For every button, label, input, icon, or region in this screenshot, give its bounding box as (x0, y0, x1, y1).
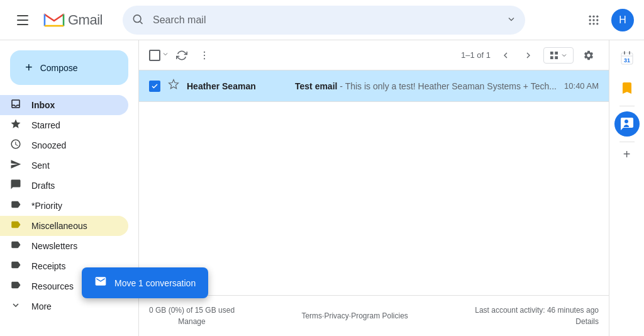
search-input[interactable] (123, 6, 525, 35)
sidebar-item-inbox[interactable]: Inbox (0, 95, 128, 115)
right-sidebar: 31 + (609, 40, 644, 336)
view-toggle-button[interactable] (543, 47, 574, 64)
search-icon (131, 13, 144, 27)
svg-point-6 (592, 19, 594, 21)
email-subject-bold: Test email (295, 81, 337, 91)
sidebar-item-more[interactable]: More (0, 296, 128, 316)
hamburger-icon (17, 15, 28, 25)
sidebar-item-snoozed-label: Snoozed (31, 140, 66, 150)
svg-rect-16 (550, 56, 553, 59)
svg-point-9 (592, 23, 594, 25)
more-actions-button[interactable] (194, 45, 214, 65)
newsletters-icon (10, 239, 21, 254)
email-sender: Heather Seaman (187, 81, 287, 91)
sidebar-item-priority[interactable]: *Priority (0, 196, 128, 216)
search-dropdown-icon[interactable] (506, 14, 516, 26)
gmail-logo: Gmail (43, 9, 103, 31)
sidebar-item-newsletters[interactable]: Newsletters (0, 236, 128, 256)
more-icon (10, 300, 21, 314)
compose-button[interactable]: + Compose (10, 50, 128, 85)
svg-point-8 (589, 23, 591, 25)
add-app-button[interactable]: + (623, 147, 631, 162)
app-header: Gmail H (0, 0, 644, 40)
sidebar-item-starred[interactable]: Starred (0, 115, 128, 135)
terms-link[interactable]: Terms (301, 311, 322, 320)
email-time: 10:40 AM (564, 81, 599, 91)
apps-button[interactable] (581, 8, 606, 33)
sidebar-item-priority-label: *Priority (31, 201, 62, 211)
compose-label: Compose (40, 63, 78, 73)
sidebar-item-receipts-label: Receipts (31, 261, 65, 271)
svg-point-12 (204, 54, 205, 55)
svg-point-4 (596, 15, 598, 17)
toolbar-left (149, 45, 214, 65)
svg-point-1 (133, 14, 141, 22)
sidebar-item-snoozed[interactable]: Snoozed (0, 135, 128, 155)
svg-point-10 (596, 23, 598, 25)
avatar[interactable]: H (611, 9, 634, 31)
star-nav-icon (10, 118, 21, 133)
calendar-icon-button[interactable]: 31 (614, 45, 640, 70)
svg-rect-17 (555, 56, 558, 59)
sidebar-item-starred-label: Starred (31, 120, 60, 130)
svg-point-3 (592, 15, 594, 17)
inbox-icon (10, 98, 21, 113)
svg-point-2 (589, 15, 591, 17)
search-bar (123, 6, 525, 35)
program-policies-link[interactable]: Program Policies (351, 311, 408, 320)
svg-rect-14 (550, 52, 553, 55)
receipts-icon (10, 259, 21, 274)
gmail-text-label: Gmail (68, 12, 103, 28)
sidebar-item-resources-label: Resources (31, 281, 74, 291)
sidebar-item-sent-label: Sent (31, 160, 50, 171)
footer: 0 GB (0%) of 15 GB used Manage Terms · P… (139, 295, 609, 336)
snoozed-icon (10, 138, 21, 153)
privacy-link[interactable]: Privacy (324, 311, 348, 320)
select-all-checkbox-wrap (149, 50, 169, 61)
toolbar-right: 1–1 of 1 (461, 45, 599, 65)
manage-link[interactable]: Manage (149, 317, 235, 326)
tasks-icon-button[interactable] (614, 76, 640, 101)
email-subject-preview: - This is only a test! Heather Seaman Sy… (340, 81, 557, 91)
toast-label: Move 1 conversation (114, 278, 196, 288)
svg-text:31: 31 (623, 57, 630, 64)
details-link[interactable]: Details (475, 317, 599, 326)
drafts-icon (10, 179, 21, 193)
storage-info: 0 GB (0%) of 15 GB used (149, 306, 235, 315)
menu-button[interactable] (10, 8, 35, 33)
toast-email-icon (94, 275, 107, 291)
sidebar-item-drafts-label: Drafts (31, 181, 55, 191)
gmail-m-icon (43, 9, 65, 31)
sent-icon (10, 159, 21, 173)
email-checkbox[interactable] (149, 81, 160, 92)
svg-rect-15 (555, 52, 558, 55)
contacts-icon-button[interactable] (614, 111, 640, 137)
footer-center: Terms · Privacy · Program Policies (301, 306, 408, 326)
svg-point-11 (204, 51, 205, 52)
sidebar-item-newsletters-label: Newsletters (31, 241, 77, 251)
next-page-button[interactable] (518, 45, 538, 65)
refresh-button[interactable] (172, 45, 192, 65)
right-sidebar-divider (619, 106, 635, 106)
email-subject: Test email - This is only a test! Heathe… (295, 81, 557, 91)
svg-point-13 (204, 58, 205, 59)
last-activity: Last account activity: 46 minutes ago (475, 306, 599, 315)
email-list: Heather Seaman Test email - This is only… (139, 70, 609, 295)
sidebar-item-miscellaneous-label: Miscellaneous (31, 221, 87, 231)
main-content: 1–1 of 1 (138, 40, 609, 336)
toast-notification: Move 1 conversation (82, 267, 208, 298)
prev-page-button[interactable] (496, 45, 516, 65)
priority-icon (10, 199, 21, 213)
select-all-checkbox[interactable] (149, 50, 160, 61)
svg-point-7 (596, 19, 598, 21)
select-dropdown-arrow[interactable] (162, 50, 169, 60)
star-email-icon[interactable] (168, 79, 179, 93)
sidebar-item-miscellaneous[interactable]: Miscellaneous (0, 216, 128, 236)
footer-right: Last account activity: 46 minutes ago De… (475, 306, 599, 326)
sidebar-item-drafts[interactable]: Drafts (0, 176, 128, 196)
svg-point-5 (589, 19, 591, 21)
miscellaneous-icon (10, 219, 21, 233)
settings-button[interactable] (579, 45, 599, 65)
sidebar-item-sent[interactable]: Sent (0, 155, 128, 176)
email-row[interactable]: Heather Seaman Test email - This is only… (139, 70, 609, 102)
